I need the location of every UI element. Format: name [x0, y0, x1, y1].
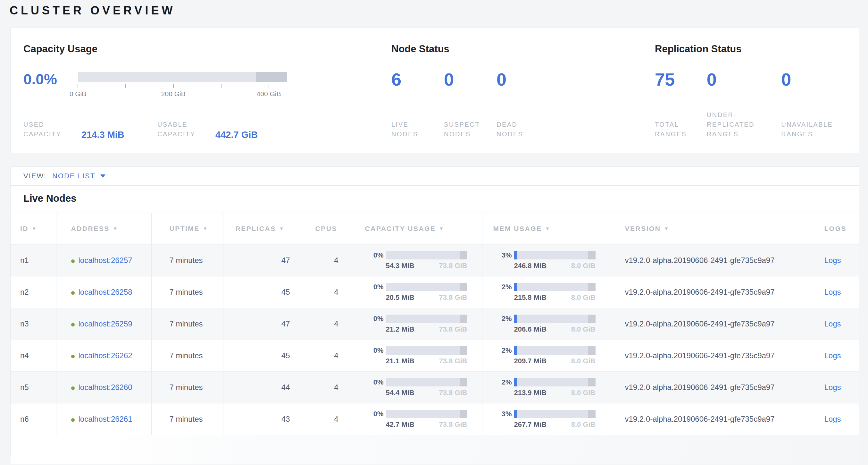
node-status-title: Node Status	[391, 42, 641, 56]
logs-link[interactable]: Logs	[825, 351, 841, 360]
node-version: v19.2.0-alpha.20190606-2491-gfe735c9a97	[625, 256, 775, 265]
capacity-usage-cell: 0% 54.4 MiB 73.8 GiB	[354, 372, 482, 403]
usage-bar-dark-segment	[588, 410, 595, 418]
logs-link[interactable]: Logs	[825, 288, 841, 296]
logs-link[interactable]: Logs	[825, 383, 841, 391]
logs-link[interactable]: Logs	[825, 319, 841, 328]
usage-used-value: 209.7 MiB	[514, 357, 547, 365]
stat-label: UNAVAILABLE RANGES	[781, 120, 854, 153]
node-address-link[interactable]: localhost:26262	[79, 351, 132, 360]
capacity-usage-title: Capacity Usage	[23, 42, 306, 56]
sort-descending-icon: ▼	[664, 226, 670, 231]
logs-link[interactable]: Logs	[825, 415, 841, 423]
cluster-overview-page: CLUSTER OVERVIEW Capacity Usage 0.0% 0 G…	[0, 0, 868, 465]
node-address-link[interactable]: localhost:26261	[79, 415, 132, 423]
column-header-label: CPUS	[315, 225, 337, 232]
table-row: n2 localhost:26258 7 minutes 45 4 0% 20.…	[10, 277, 859, 308]
node-id: n4	[20, 351, 29, 360]
usage-bar-dark-segment	[588, 283, 595, 291]
column-header-capacity[interactable]: CAPACITY USAGE▼	[354, 213, 482, 245]
usage-meter: 2% 215.8 MiB 8.0 GiB	[493, 283, 614, 302]
usage-total-value: 73.8 GiB	[439, 325, 467, 333]
usage-percent: 2%	[493, 346, 512, 355]
sort-descending-icon: ▼	[203, 226, 208, 231]
column-header-label: MEM USAGE	[493, 225, 542, 232]
column-header-version[interactable]: VERSION▼	[614, 213, 819, 245]
usage-bar	[386, 283, 467, 291]
axis-tick	[269, 84, 269, 88]
usage-meter: 2% 209.7 MiB 8.0 GiB	[493, 346, 614, 365]
axis-tick-label: 400 GiB	[257, 90, 281, 98]
usable-capacity-value: 442.7 GiB	[215, 129, 258, 140]
capacity-bar-chart: 0 GiB200 GiB400 GiB	[78, 72, 287, 103]
capacity-usage-cell: 0% 20.5 MiB 73.8 GiB	[354, 277, 482, 308]
usage-bar	[514, 283, 595, 291]
usage-total-value: 8.0 GiB	[571, 357, 595, 365]
node-address-link[interactable]: localhost:26259	[79, 319, 132, 328]
usage-bar-fill	[514, 378, 517, 386]
table-row: n4 localhost:26262 7 minutes 45 4 0% 21.…	[10, 340, 859, 372]
column-header-address[interactable]: ADDRESS▼	[56, 213, 151, 245]
usage-meter: 0% 54.4 MiB 73.8 GiB	[365, 378, 482, 397]
usage-meter: 2% 206.6 MiB 8.0 GiB	[493, 315, 614, 333]
usage-bar-fill	[514, 315, 517, 323]
column-header-cpus: CPUS	[303, 213, 354, 245]
usage-used-value: 206.6 MiB	[514, 325, 547, 333]
usage-used-value: 267.7 MiB	[514, 420, 547, 429]
mem-usage-cell: 2% 206.6 MiB 8.0 GiB	[482, 308, 614, 340]
column-header-id[interactable]: ID▼	[10, 213, 56, 245]
node-id: n6	[20, 415, 29, 423]
node-cpus: 4	[334, 256, 338, 265]
sort-descending-icon: ▼	[439, 226, 444, 231]
node-list-dropdown[interactable]: NODE LIST	[52, 172, 105, 180]
usage-meter: 2% 213.9 MiB 8.0 GiB	[493, 378, 614, 397]
usage-bar-dark-segment	[588, 315, 595, 323]
mem-usage-cell: 3% 246.8 MiB 8.0 GiB	[482, 245, 614, 277]
usage-bar	[386, 410, 467, 418]
view-bar: VIEW: NODE LIST	[10, 167, 859, 186]
table-header-row: ID▼ ADDRESS▼ UPTIME▼ REPLICAS▼ CPUS CAPA…	[10, 213, 859, 245]
summary-stat: 6 LIVE NODES	[391, 56, 444, 153]
stat-label: SUSPECT NODES	[444, 120, 487, 153]
capacity-usage-cell: 0% 42.7 MiB 73.8 GiB	[354, 403, 482, 435]
column-header-label: REPLICAS	[236, 225, 276, 232]
sort-descending-icon: ▼	[32, 226, 37, 231]
usage-total-value: 8.0 GiB	[571, 325, 595, 333]
usage-used-value: 54.4 MiB	[386, 389, 414, 397]
usage-bar	[514, 346, 595, 355]
view-label: VIEW:	[23, 172, 46, 180]
usage-bar-fill	[514, 346, 517, 355]
node-cpus: 4	[334, 351, 338, 360]
node-address-link[interactable]: localhost:26258	[79, 288, 132, 296]
usage-bar-dark-segment	[460, 251, 467, 259]
stat-label: TOTAL RANGES	[655, 120, 698, 153]
used-capacity-label: USED CAPACITY	[23, 120, 76, 139]
column-header-replicas[interactable]: REPLICAS▼	[223, 213, 303, 245]
node-live-status-dot	[71, 291, 75, 295]
logs-link[interactable]: Logs	[825, 256, 841, 265]
table-row: n5 localhost:26260 7 minutes 44 4 0% 54.…	[10, 372, 859, 403]
card-footer	[10, 435, 859, 464]
usage-total-value: 8.0 GiB	[571, 420, 595, 429]
column-header-uptime[interactable]: UPTIME▼	[151, 213, 223, 245]
column-header-label: UPTIME	[169, 225, 200, 232]
capacity-bar-dark-segment	[256, 72, 287, 82]
node-version: v19.2.0-alpha.20190606-2491-gfe735c9a97	[625, 415, 775, 423]
node-replicas: 47	[281, 256, 290, 265]
usage-total-value: 8.0 GiB	[571, 262, 595, 270]
node-address-link[interactable]: localhost:26257	[79, 256, 132, 265]
capacity-usage-cell: 0% 21.1 MiB 73.8 GiB	[354, 340, 482, 372]
column-header-label: ADDRESS	[71, 225, 110, 232]
live-nodes-title: Live Nodes	[10, 186, 859, 205]
node-address-link[interactable]: localhost:26260	[79, 383, 132, 391]
usage-meter: 0% 21.2 MiB 73.8 GiB	[365, 315, 482, 333]
axis-tick	[173, 84, 174, 88]
node-replicas: 45	[281, 288, 290, 296]
stat-value: 0	[496, 69, 549, 89]
usage-bar-fill	[514, 283, 517, 291]
summary-stat: 0 SUSPECT NODES	[444, 56, 496, 153]
node-live-status-dot	[71, 418, 75, 422]
node-uptime: 7 minutes	[169, 383, 203, 391]
node-live-status-dot	[71, 259, 75, 263]
column-header-mem[interactable]: MEM USAGE▼	[482, 213, 614, 245]
